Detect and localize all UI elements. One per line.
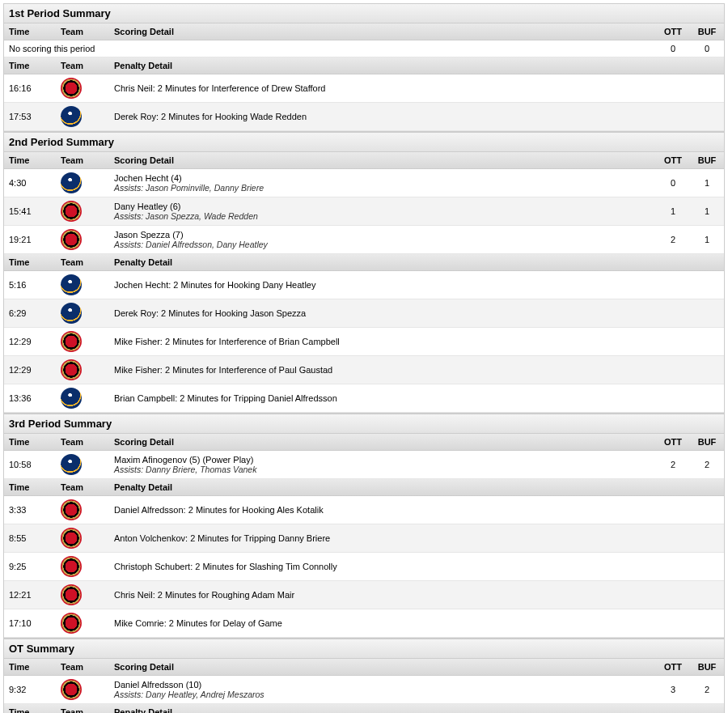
team-logo-icon — [61, 454, 82, 475]
goal-detail: Dany Heatley (6)Assists: Jason Spezza, W… — [109, 197, 656, 226]
scoring-row: 19:21Jason Spezza (7)Assists: Daniel Alf… — [4, 226, 724, 254]
penalty-row: 6:29Derek Roy: 2 Minutes for Hooking Jas… — [4, 299, 724, 328]
penalty-team — [56, 581, 109, 609]
team-logo-icon — [61, 359, 82, 380]
penalty-time: 16:16 — [4, 74, 56, 103]
team-logo-icon — [61, 388, 82, 409]
penalty-time: 13:36 — [4, 384, 56, 413]
col-away-score: OTT — [656, 434, 690, 451]
home-score: 1 — [690, 226, 724, 254]
team-logo-icon — [61, 499, 82, 520]
col-time: Time — [4, 23, 56, 40]
penalty-time: 3:33 — [4, 496, 56, 524]
penalty-detail: Mike Fisher: 2 Minutes for Interference … — [109, 356, 724, 384]
col-time: Time — [4, 152, 56, 169]
penalty-row: 12:29Mike Fisher: 2 Minutes for Interfer… — [4, 356, 724, 384]
period-title: 3rd Period Summary — [4, 414, 724, 434]
penalty-row: 3:33Daniel Alfredsson: 2 Minutes for Hoo… — [4, 496, 724, 524]
no-scoring-text: No scoring this period — [4, 40, 656, 57]
penalty-team — [56, 271, 109, 299]
col-away-score: OTT — [656, 152, 690, 169]
col-team: Team — [56, 254, 109, 271]
col-scoring-detail: Scoring Detail — [109, 434, 656, 451]
penalty-team — [56, 356, 109, 384]
penalty-time: 17:53 — [4, 103, 56, 131]
team-logo-icon — [61, 78, 82, 99]
penalty-time: 12:29 — [4, 356, 56, 384]
penalty-row: 12:21Chris Neil: 2 Minutes for Roughing … — [4, 581, 724, 609]
col-home-score: BUF — [690, 23, 724, 40]
penalty-detail: Jochen Hecht: 2 Minutes for Hooking Dany… — [109, 271, 724, 299]
period-summary: 2nd Period SummaryTimeTeamScoring Detail… — [3, 132, 725, 414]
penalty-team — [56, 496, 109, 524]
col-team: Team — [56, 704, 109, 713]
away-score: 1 — [656, 197, 690, 226]
team-logo-icon — [61, 274, 82, 295]
penalty-row: 13:36Brian Campbell: 2 Minutes for Tripp… — [4, 384, 724, 413]
period-title: 2nd Period Summary — [4, 133, 724, 152]
col-team: Team — [56, 152, 109, 169]
penalty-detail: Anton Volchenkov: 2 Minutes for Tripping… — [109, 524, 724, 553]
away-score: 0 — [656, 169, 690, 197]
goal-scorer: Dany Heatley (6) — [114, 202, 651, 211]
goal-assists: Assists: Jason Spezza, Wade Redden — [114, 211, 651, 221]
col-time: Time — [4, 479, 56, 496]
penalty-team — [56, 524, 109, 553]
penalty-team — [56, 103, 109, 131]
penalty-row: 5:16Jochen Hecht: 2 Minutes for Hooking … — [4, 271, 724, 299]
goal-assists: Assists: Dany Heatley, Andrej Meszaros — [114, 690, 651, 699]
period-summary: 3rd Period SummaryTimeTeamScoring Detail… — [3, 414, 725, 639]
team-logo-icon — [61, 528, 82, 549]
penalty-table: TimeTeamPenalty Detail3:33Daniel Alfreds… — [4, 479, 724, 638]
goal-assists: Assists: Danny Briere, Thomas Vanek — [114, 465, 651, 474]
penalty-row: 12:29Mike Fisher: 2 Minutes for Interfer… — [4, 328, 724, 356]
penalty-row: 17:53Derek Roy: 2 Minutes for Hooking Wa… — [4, 103, 724, 131]
penalty-time: 12:21 — [4, 581, 56, 609]
home-score: 2 — [690, 451, 724, 479]
scoring-row: 4:30Jochen Hecht (4)Assists: Jason Pomin… — [4, 169, 724, 197]
goal-time: 4:30 — [4, 169, 56, 197]
home-score: 1 — [690, 169, 724, 197]
goal-time: 9:32 — [4, 676, 56, 704]
penalty-team — [56, 299, 109, 328]
col-time: Time — [4, 659, 56, 676]
penalty-row: 8:55Anton Volchenkov: 2 Minutes for Trip… — [4, 524, 724, 553]
penalty-row: 17:10Mike Comrie: 2 Minutes for Delay of… — [4, 609, 724, 638]
goal-time: 10:58 — [4, 451, 56, 479]
penalty-row: 9:25Christoph Schubert: 2 Minutes for Sl… — [4, 553, 724, 581]
team-logo-icon — [61, 172, 82, 193]
col-team: Team — [56, 434, 109, 451]
period-title: OT Summary — [4, 639, 724, 659]
goal-detail: Daniel Alfredsson (10)Assists: Dany Heat… — [109, 676, 656, 704]
col-time: Time — [4, 254, 56, 271]
col-team: Team — [56, 23, 109, 40]
away-score: 3 — [656, 676, 690, 704]
team-logo-icon — [61, 201, 82, 222]
penalty-detail: Christoph Schubert: 2 Minutes for Slashi… — [109, 553, 724, 581]
col-home-score: BUF — [690, 152, 724, 169]
scoring-table: TimeTeamScoring DetailOTTBUF9:32Daniel A… — [4, 659, 724, 704]
penalty-table: TimeTeamPenalty DetailNo penalties this … — [4, 704, 724, 713]
col-team: Team — [56, 659, 109, 676]
penalty-time: 17:10 — [4, 609, 56, 638]
col-penalty-detail: Penalty Detail — [109, 57, 724, 74]
away-score: 2 — [656, 226, 690, 254]
team-logo-icon — [61, 613, 82, 634]
col-away-score: OTT — [656, 659, 690, 676]
goal-team — [56, 169, 109, 197]
penalty-detail: Derek Roy: 2 Minutes for Hooking Wade Re… — [109, 103, 724, 131]
goal-scorer: Jochen Hecht (4) — [114, 173, 651, 183]
no-scoring-row: No scoring this period00 — [4, 40, 724, 57]
team-logo-icon — [61, 106, 82, 127]
team-logo-icon — [61, 331, 82, 352]
period-title: 1st Period Summary — [4, 4, 724, 23]
penalty-team — [56, 553, 109, 581]
goal-time: 15:41 — [4, 197, 56, 226]
scoring-table: TimeTeamScoring DetailOTTBUF10:58Maxim A… — [4, 434, 724, 479]
scoring-row: 10:58Maxim Afinogenov (5) (Power Play)As… — [4, 451, 724, 479]
col-time: Time — [4, 704, 56, 713]
home-score: 1 — [690, 197, 724, 226]
col-penalty-detail: Penalty Detail — [109, 254, 724, 271]
goal-detail: Jochen Hecht (4)Assists: Jason Pominvill… — [109, 169, 656, 197]
col-time: Time — [4, 57, 56, 74]
